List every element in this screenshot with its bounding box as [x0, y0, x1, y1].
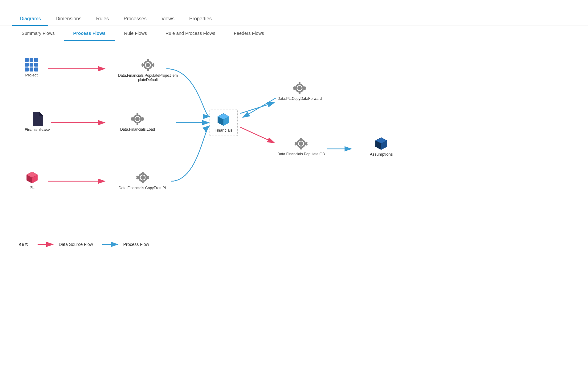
subtab-feeders-flows[interactable]: Feeders Flows — [224, 26, 273, 41]
assumptions-cube-icon — [374, 137, 388, 151]
financials-csv-node: Financials.csv — [25, 112, 50, 132]
svg-point-37 — [141, 175, 145, 180]
financials-label: Financials — [214, 128, 233, 133]
pl-label: PL — [30, 185, 35, 190]
diagram-canvas: Project Financials.csv PL — [0, 41, 588, 257]
project-node: Project — [25, 58, 38, 77]
subtab-rule-flows[interactable]: Rule Flows — [115, 26, 156, 41]
sub-navigation: Summary Flows Process Flows Rule Flows R… — [0, 26, 588, 41]
tab-processes[interactable]: Processes — [116, 12, 154, 26]
key-label: KEY: — [18, 242, 28, 247]
process1-label: Data.Financials.PopulateProjectTemplateD… — [117, 73, 179, 82]
process-flow-label: Process Flow — [123, 242, 149, 247]
grid-icon — [25, 58, 38, 71]
tab-properties[interactable]: Properties — [182, 12, 219, 26]
subtab-rule-process-flows[interactable]: Rule and Process Flows — [156, 26, 225, 41]
pink-arrow-key — [38, 241, 56, 247]
svg-point-62 — [299, 141, 303, 146]
process3-gear-icon — [136, 170, 150, 185]
legend: KEY: Data Source Flow Process Flow — [18, 241, 149, 247]
assumptions-label: Assumptions — [370, 152, 393, 157]
subtab-process-flows[interactable]: Process Flows — [64, 26, 115, 41]
process2-label: Data.Financials.Load — [120, 127, 155, 132]
process5-node: Data.Financials.Populate OB — [277, 137, 325, 156]
process2-gear-icon — [130, 112, 145, 126]
process5-gear-icon — [294, 137, 308, 151]
process1-node: Data.Financials.PopulateProjectTemplateD… — [117, 58, 179, 82]
svg-rect-30 — [137, 122, 138, 125]
svg-rect-39 — [142, 172, 144, 174]
svg-point-27 — [135, 117, 140, 121]
process4-label: Data.PL.CopyDataForward — [277, 96, 322, 101]
data-source-flow-key: Data Source Flow — [38, 241, 93, 247]
svg-rect-65 — [300, 147, 302, 149]
process3-label: Data.Financials.CopyFromPL — [119, 186, 167, 190]
data-source-flow-label: Data Source Flow — [59, 242, 93, 247]
svg-rect-64 — [300, 138, 302, 140]
process3-node: Data.Financials.CopyFromPL — [119, 170, 167, 190]
tab-dimensions[interactable]: Dimensions — [48, 12, 89, 26]
financials-node: Financials — [210, 109, 238, 136]
assumptions-node: Assumptions — [370, 137, 393, 157]
top-navigation: Diagrams Dimensions Rules Processes View… — [0, 12, 588, 26]
financials-cube-icon — [216, 112, 231, 127]
svg-point-17 — [146, 63, 150, 67]
process1-gear-icon — [141, 58, 155, 72]
project-label: Project — [25, 73, 38, 77]
svg-rect-20 — [147, 68, 149, 71]
svg-line-8 — [240, 103, 274, 113]
process-flow-key: Process Flow — [102, 241, 149, 247]
file-icon — [31, 112, 43, 126]
tab-rules[interactable]: Rules — [89, 12, 116, 26]
svg-rect-40 — [142, 181, 144, 183]
svg-line-9 — [240, 127, 274, 143]
process5-label: Data.Financials.Populate OB — [277, 152, 325, 156]
process4-gear-icon — [292, 81, 307, 95]
pl-cube-icon — [25, 170, 39, 184]
subtab-summary-flows[interactable]: Summary Flows — [12, 26, 64, 41]
process2-node: Data.Financials.Load — [120, 112, 155, 132]
svg-line-11 — [243, 98, 276, 117]
tab-views[interactable]: Views — [154, 12, 182, 26]
svg-rect-29 — [137, 113, 138, 116]
blue-arrow-key — [102, 241, 121, 247]
process4-node: Data.PL.CopyDataForward — [277, 81, 322, 101]
financials-csv-label: Financials.csv — [25, 127, 50, 132]
pl-node: PL — [25, 170, 39, 190]
tab-diagrams[interactable]: Diagrams — [12, 12, 48, 26]
svg-rect-54 — [299, 82, 300, 85]
svg-point-52 — [297, 86, 302, 90]
svg-rect-19 — [147, 59, 149, 62]
svg-rect-55 — [299, 92, 300, 94]
